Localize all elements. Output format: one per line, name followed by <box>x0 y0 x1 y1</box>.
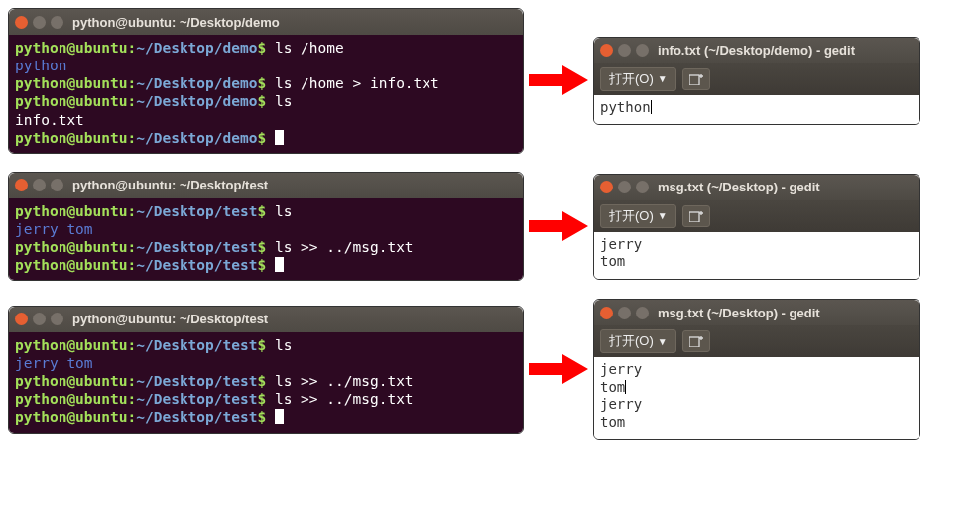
new-tab-button[interactable] <box>682 68 710 90</box>
window-minimize-icon[interactable] <box>33 313 46 325</box>
terminal-body[interactable]: python@ubuntu:~/Desktop/test$ ls jerry t… <box>9 198 523 281</box>
open-button[interactable]: 打开(O) ▼ <box>600 329 676 353</box>
terminal-output: jerry tom <box>15 220 517 238</box>
new-tab-icon <box>689 335 703 347</box>
gedit-textarea[interactable]: jerry tom <box>594 232 919 279</box>
command-text: ls <box>275 337 292 353</box>
svg-marker-8 <box>529 354 588 384</box>
terminal-output: python <box>15 57 517 74</box>
terminal-titlebar: python@ubuntu: ~/Desktop/test <box>9 307 523 332</box>
new-tab-button[interactable] <box>682 205 710 227</box>
gedit-textarea[interactable]: jerry tom jerry tom <box>594 357 919 439</box>
command-text: ls <box>275 203 292 219</box>
window-maximize-icon[interactable] <box>51 179 63 191</box>
file-content-line: jerry <box>600 361 914 379</box>
window-close-icon[interactable] <box>15 16 28 29</box>
window-maximize-icon[interactable] <box>51 16 63 29</box>
file-content-line: jerry <box>600 236 914 254</box>
window-minimize-icon[interactable] <box>33 179 46 191</box>
terminal-body[interactable]: python@ubuntu:~/Desktop/test$ ls jerry t… <box>9 332 523 433</box>
open-button[interactable]: 打开(O) ▼ <box>600 204 676 228</box>
open-button[interactable]: 打开(O) ▼ <box>600 67 676 91</box>
window-minimize-icon[interactable] <box>618 44 631 57</box>
chevron-down-icon: ▼ <box>658 210 668 221</box>
window-close-icon[interactable] <box>600 181 613 193</box>
file-content-line: tom <box>600 253 914 271</box>
text-cursor-icon <box>625 380 626 394</box>
terminal-window: python@ubuntu: ~/Desktop/demo python@ubu… <box>8 8 524 154</box>
terminal-title: python@ubuntu: ~/Desktop/test <box>72 178 268 192</box>
gedit-titlebar: info.txt (~/Desktop/demo) - gedit <box>594 38 919 63</box>
chevron-down-icon: ▼ <box>658 336 668 347</box>
terminal-cursor-icon <box>275 409 284 424</box>
gedit-window: msg.txt (~/Desktop) - gedit 打开(O) ▼ jerr… <box>593 174 920 280</box>
gedit-title: msg.txt (~/Desktop) - gedit <box>658 180 820 194</box>
prompt-path: ~/Desktop/demo <box>136 40 257 56</box>
example-row: python@ubuntu: ~/Desktop/test python@ubu… <box>8 299 972 440</box>
window-close-icon[interactable] <box>15 179 28 191</box>
window-minimize-icon[interactable] <box>33 16 46 29</box>
svg-marker-4 <box>529 211 588 241</box>
command-text: ls <box>275 93 292 109</box>
window-maximize-icon[interactable] <box>636 307 649 319</box>
svg-marker-0 <box>529 65 588 95</box>
gedit-textarea[interactable]: python <box>594 95 919 125</box>
terminal-output: jerry tom <box>15 354 517 372</box>
svg-rect-5 <box>689 212 699 222</box>
terminal-cursor-icon <box>275 257 284 272</box>
terminal-output: info.txt <box>15 111 517 129</box>
terminal-titlebar: python@ubuntu: ~/Desktop/demo <box>9 9 523 35</box>
terminal-cursor-icon <box>275 130 284 145</box>
window-close-icon[interactable] <box>600 307 613 319</box>
gedit-toolbar: 打开(O) ▼ <box>594 63 919 95</box>
window-maximize-icon[interactable] <box>51 313 63 325</box>
gedit-title: msg.txt (~/Desktop) - gedit <box>658 306 820 320</box>
terminal-body[interactable]: python@ubuntu:~/Desktop/demo$ ls /home p… <box>9 35 523 153</box>
command-text: ls /home <box>275 40 344 56</box>
command-text: ls /home > info.txt <box>275 75 439 91</box>
arrow-icon <box>524 352 593 386</box>
gedit-title: info.txt (~/Desktop/demo) - gedit <box>658 43 855 58</box>
new-tab-icon <box>689 210 703 222</box>
terminal-title: python@ubuntu: ~/Desktop/demo <box>72 15 280 30</box>
window-minimize-icon[interactable] <box>618 181 631 193</box>
new-tab-button[interactable] <box>682 330 710 352</box>
file-content-line: python <box>600 99 914 117</box>
command-text: ls >> ../msg.txt <box>275 373 414 389</box>
terminal-window: python@ubuntu: ~/Desktop/test python@ubu… <box>8 306 524 434</box>
arrow-icon <box>524 209 593 243</box>
window-maximize-icon[interactable] <box>636 44 649 57</box>
example-row: python@ubuntu: ~/Desktop/demo python@ubu… <box>8 8 972 154</box>
new-tab-icon <box>689 73 703 85</box>
file-content-line: jerry <box>600 396 914 414</box>
command-text: ls >> ../msg.txt <box>275 391 414 407</box>
arrow-icon <box>524 63 593 97</box>
gedit-window: info.txt (~/Desktop/demo) - gedit 打开(O) … <box>593 37 920 126</box>
command-text: ls >> ../msg.txt <box>275 239 414 255</box>
terminal-titlebar: python@ubuntu: ~/Desktop/test <box>9 173 523 198</box>
window-minimize-icon[interactable] <box>618 307 631 319</box>
gedit-titlebar: msg.txt (~/Desktop) - gedit <box>594 175 919 200</box>
prompt-user: python@ubuntu <box>15 40 128 56</box>
terminal-title: python@ubuntu: ~/Desktop/test <box>72 312 268 326</box>
gedit-toolbar: 打开(O) ▼ <box>594 200 919 232</box>
gedit-window: msg.txt (~/Desktop) - gedit 打开(O) ▼ jerr… <box>593 299 920 440</box>
window-close-icon[interactable] <box>15 313 28 325</box>
text-cursor-icon <box>651 100 652 114</box>
gedit-titlebar: msg.txt (~/Desktop) - gedit <box>594 300 919 325</box>
chevron-down-icon: ▼ <box>658 73 668 84</box>
svg-rect-9 <box>689 337 699 347</box>
svg-rect-1 <box>689 75 699 85</box>
window-close-icon[interactable] <box>600 44 613 57</box>
window-maximize-icon[interactable] <box>636 181 649 193</box>
file-content-line: tom <box>600 379 914 397</box>
gedit-toolbar: 打开(O) ▼ <box>594 325 919 357</box>
file-content-line: tom <box>600 414 914 432</box>
example-row: python@ubuntu: ~/Desktop/test python@ubu… <box>8 172 972 282</box>
terminal-window: python@ubuntu: ~/Desktop/test python@ubu… <box>8 172 524 282</box>
